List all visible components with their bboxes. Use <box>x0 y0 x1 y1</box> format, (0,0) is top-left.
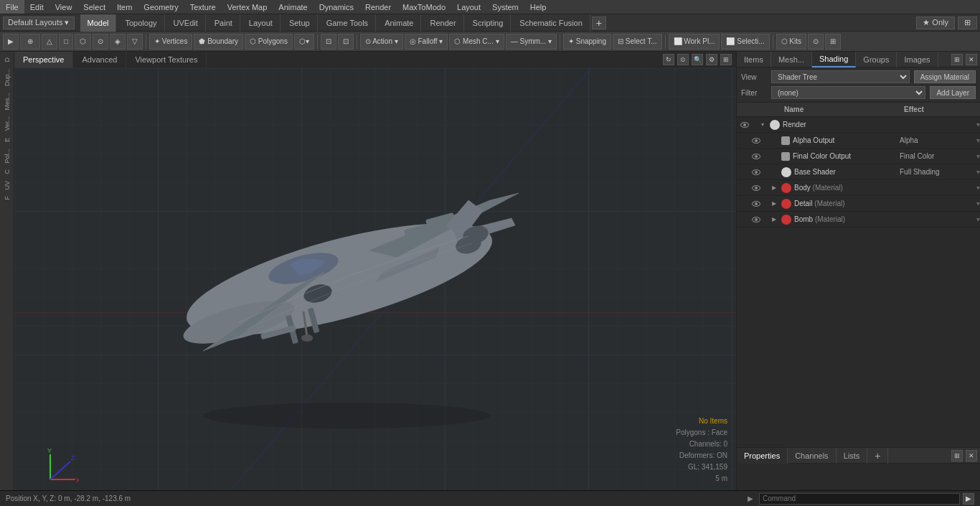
toolbar-vertices[interactable]: ✦ Vertices <box>149 34 192 50</box>
toolbar-sym2[interactable]: ⊡ <box>338 34 354 50</box>
filter-select[interactable]: (none) <box>771 86 925 99</box>
menu-texture[interactable]: Texture <box>184 0 222 14</box>
toolbar-snapping[interactable]: ✦ Snapping <box>563 34 611 50</box>
toolbar-poly-drop[interactable]: ⬡▾ <box>294 34 314 50</box>
menu-help[interactable]: Help <box>524 0 552 14</box>
menu-file[interactable]: File <box>0 0 24 14</box>
menu-render[interactable]: Render <box>359 0 397 14</box>
layout-tab-schematic-fusion[interactable]: Schematic Fusion <box>512 14 590 32</box>
menu-maxtomodo[interactable]: MaxToModo <box>397 0 451 14</box>
toolbar-polygons[interactable]: ⬡ Polygons <box>245 34 293 50</box>
sidebar-tab-uv[interactable]: UV <box>2 178 12 193</box>
layout-tab-topology[interactable]: Topology <box>118 14 164 32</box>
toolbar-hex[interactable]: ⬡ <box>75 34 91 50</box>
layout-tab-uvedit[interactable]: UVEdit <box>166 14 206 32</box>
menu-geometry[interactable]: Geometry <box>138 0 184 14</box>
tree-vis-base-shader[interactable] <box>751 167 761 177</box>
menu-select[interactable]: Select <box>77 0 111 14</box>
menu-vertex-map[interactable]: Vertex Map <box>222 0 273 14</box>
toolbar-square[interactable]: □ <box>59 34 73 50</box>
rp-close-btn[interactable]: ✕ <box>966 54 977 65</box>
sidebar-tab-mes[interactable]: Mes... <box>2 90 12 113</box>
toolbar-work-pl[interactable]: ⬜ Work Pl... <box>669 34 720 50</box>
sidebar-tab-d[interactable]: D <box>2 55 12 65</box>
add-layer-button[interactable]: Add Layer <box>930 86 976 99</box>
tree-vis-body[interactable] <box>751 183 761 193</box>
rp-tab-items[interactable]: Items <box>737 52 771 67</box>
toolbar-kits[interactable]: ⬡ Kits <box>776 34 806 50</box>
tree-vis-render[interactable] <box>740 120 750 130</box>
menu-view[interactable]: View <box>50 0 78 14</box>
toolbar-falloff[interactable]: ◎ Falloff ▾ <box>405 34 448 50</box>
viewport[interactable]: X Y Z No Items Polygons : Face Channels:… <box>14 67 736 490</box>
toolbar-symm[interactable]: — Symm... ▾ <box>506 34 557 50</box>
tree-item-detail[interactable]: ▶ Detail (Material) ▾ <box>737 196 980 212</box>
toolbar-tri[interactable]: △ <box>42 34 57 50</box>
bt-tab-plus[interactable]: + <box>867 448 888 464</box>
viewport-tab-perspective[interactable]: Perspective <box>14 52 73 67</box>
sidebar-tab-e[interactable]: E <box>2 135 12 145</box>
tree-expand-body[interactable]: ▶ <box>770 184 778 192</box>
tree-item-final-color[interactable]: Final Color Output Final Color ▾ <box>737 149 980 164</box>
toolbar-action[interactable]: ⊙ Action ▾ <box>360 34 403 50</box>
viewport-expand-btn[interactable]: ⊞ <box>720 54 732 65</box>
command-input[interactable] <box>759 493 960 505</box>
bt-tab-lists[interactable]: Lists <box>837 448 868 464</box>
layout-tab-setup[interactable]: Setup <box>282 14 318 32</box>
tree-vis-final-color[interactable] <box>751 151 761 161</box>
layout-tab-render[interactable]: Render <box>423 14 463 32</box>
toolbar-circle[interactable]: ⊙ <box>93 34 108 50</box>
layout-add-button[interactable]: + <box>592 17 606 29</box>
sidebar-tab-c[interactable]: C <box>2 167 12 177</box>
toolbar-selecti[interactable]: ⬜ Selecti... <box>721 34 769 50</box>
toolbar-mesh-c[interactable]: ⬡ Mesh C... ▾ <box>449 34 504 50</box>
command-submit-btn[interactable]: ▶ <box>963 493 974 505</box>
tree-item-bomb[interactable]: ▶ Bomb (Material) ▾ <box>737 212 980 228</box>
menu-system[interactable]: System <box>486 0 524 14</box>
tree-item-body[interactable]: ▶ Body (Material) ▾ <box>737 180 980 196</box>
bt-tab-properties[interactable]: Properties <box>737 448 788 464</box>
rp-tab-mesh[interactable]: Mesh... <box>771 52 812 67</box>
viewport-orbit-btn[interactable]: ⊙ <box>677 54 689 65</box>
sidebar-tab-f[interactable]: F <box>2 193 12 203</box>
tree-expand-detail[interactable]: ▶ <box>770 200 778 208</box>
menu-item[interactable]: Item <box>111 0 138 14</box>
tree-item-alpha-output[interactable]: Alpha Output Alpha ▾ <box>737 133 980 149</box>
bt-expand-btn[interactable]: ⊞ <box>951 450 963 462</box>
menu-animate[interactable]: Animate <box>273 0 313 14</box>
layout-tab-model[interactable]: Model <box>80 14 117 32</box>
toolbar-boundary[interactable]: ⬟ Boundary <box>194 34 243 50</box>
viewport-tab-textures[interactable]: Viewport Textures <box>126 52 207 67</box>
tree-vis-detail[interactable] <box>751 199 761 209</box>
tree-vis-bomb[interactable] <box>751 215 761 225</box>
viewport-rotate-btn[interactable]: ↻ <box>663 54 674 65</box>
menu-layout[interactable]: Layout <box>451 0 486 14</box>
toolbar-add[interactable]: ⊕ <box>20 34 40 50</box>
tree-expand-render[interactable]: ▾ <box>758 121 767 129</box>
tree-item-render[interactable]: ▾ Render ▾ <box>737 117 980 133</box>
rp-tab-groups[interactable]: Groups <box>856 52 897 67</box>
layout-only-button[interactable]: ★ Only <box>916 17 955 29</box>
tree-expand-bomb[interactable]: ▶ <box>770 215 778 224</box>
toolbar-down-tri[interactable]: ▽ <box>127 34 143 50</box>
rp-tab-images[interactable]: Images <box>897 52 938 67</box>
menu-edit[interactable]: Edit <box>24 0 50 14</box>
sidebar-tab-dup[interactable]: Dup... <box>2 66 12 89</box>
toolbar-select-t[interactable]: ⊟ Select T... <box>613 34 662 50</box>
toolbar-diamond[interactable]: ◈ <box>110 34 126 50</box>
layout-tab-game-tools[interactable]: Game Tools <box>319 14 377 32</box>
layout-expand-button[interactable]: ⊞ <box>958 17 977 29</box>
layout-dropdown[interactable]: Default Layouts ▾ <box>3 17 75 29</box>
layout-tab-paint[interactable]: Paint <box>207 14 240 32</box>
viewport-settings-btn[interactable]: ⚙ <box>706 54 717 65</box>
layout-tab-animate[interactable]: Animate <box>377 14 421 32</box>
shader-tree[interactable]: ▾ Render ▾ Alpha Output Alpha ▾ <box>737 117 980 447</box>
toolbar-arrow[interactable]: ▶ <box>3 34 19 50</box>
bt-tab-channels[interactable]: Channels <box>788 448 836 464</box>
rp-expand-btn[interactable]: ⊞ <box>951 54 963 65</box>
layout-tab-layout[interactable]: Layout <box>242 14 281 32</box>
toolbar-round[interactable]: ⊙ <box>808 34 824 50</box>
toolbar-sym1[interactable]: ⊡ <box>321 34 336 50</box>
rp-tab-shading[interactable]: Shading <box>812 52 856 67</box>
shader-tree-select[interactable]: Shader Tree <box>771 70 910 83</box>
